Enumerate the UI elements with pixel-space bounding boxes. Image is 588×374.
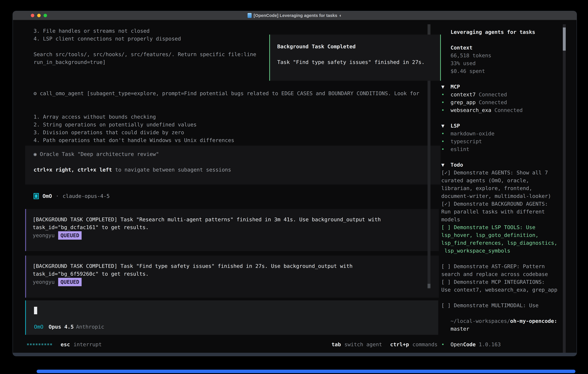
- lsp-item: •typescript: [441, 137, 566, 145]
- ctrlp-key-hint: ctrl+p: [390, 341, 409, 348]
- task-result-box: [BACKGROUND TASK COMPLETED] Task "Find t…: [25, 256, 439, 298]
- gear-icon: ⚙: [33, 90, 37, 96]
- oracle-title: Oracle Task "Deep architecture review": [37, 151, 159, 157]
- mcp-section-header[interactable]: ▼MCP: [441, 83, 566, 91]
- agent-model: claude-opus-4-5: [63, 192, 110, 200]
- mcp-status: Connected: [479, 99, 507, 105]
- separator-dot: ·: [56, 192, 59, 200]
- oracle-hint-text: to navigate between subagent sessions: [112, 167, 231, 173]
- task-user: yeongyu: [33, 232, 55, 238]
- oracle-task-box[interactable]: ◉ Oracle Task "Deep architecture review"…: [25, 146, 441, 185]
- prompt-input[interactable]: OmO Opus 4.5 Anthropic: [25, 300, 438, 335]
- todo-item: [✓] Demonstrate BACKGROUND AGENTS: Run p…: [441, 200, 566, 223]
- task-message: [BACKGROUND TASK COMPLETED] Task "Resear…: [33, 216, 439, 231]
- sidebar-title: Leveraging agents for tasks: [441, 28, 566, 36]
- version-row: •OpenCode 1.0.163: [441, 341, 566, 348]
- todo-item: [ ] Demonstrate AST-GREP: Pattern search…: [441, 262, 566, 278]
- tab-key-hint: tab: [331, 341, 341, 348]
- log-intro: 3. File handles or streams not closed 4.…: [33, 27, 256, 66]
- lsp-name: eslint: [451, 146, 469, 152]
- bullet-icon: •: [441, 91, 451, 98]
- workspace-path: ~/local-workspaces/oh-my-opencode:: [441, 317, 566, 325]
- mcp-status: Connected: [479, 92, 507, 97]
- context-tokens: 66,518 tokens: [441, 52, 566, 59]
- status-badge: QUEUED: [58, 278, 82, 286]
- window-title: [OpenCode] Leveraging agents for tasks: [254, 13, 337, 18]
- record-icon: ◉: [33, 151, 37, 157]
- window-titlebar[interactable]: [OpenCode] Leveraging agents for tasks ◐: [13, 11, 577, 20]
- terminal-window: [OpenCode] Leveraging agents for tasks ◐…: [13, 11, 577, 356]
- input-footer: OmO Opus 4.5 Anthropic: [34, 323, 104, 331]
- todo-item: [ ] Demonstrate MULTIMODAL: Use: [441, 301, 566, 309]
- todo-item: [ ] Demonstrate MCP INTEGRATIONS: Use co…: [441, 278, 566, 294]
- app-name: Open: [451, 342, 463, 347]
- bullet-icon: •: [441, 341, 451, 348]
- workspace-repo: oh-my-opencode:: [510, 318, 557, 324]
- window-title-group: [OpenCode] Leveraging agents for tasks ◐: [248, 13, 342, 18]
- spinner-dot-icon: [50, 343, 52, 345]
- toast-body: Task "Find type safety issues" finished …: [277, 58, 440, 66]
- mcp-name: websearch_exa: [451, 107, 491, 113]
- toast-title: Background Task Completed: [277, 43, 440, 51]
- dock-indicator-bar[interactable]: [37, 370, 575, 373]
- lsp-header-label: LSP: [451, 123, 460, 129]
- input-provider: Anthropic: [76, 323, 104, 331]
- context-spent: $0.46 spent: [441, 67, 566, 75]
- mcp-status: Connected: [494, 107, 523, 113]
- bullet-icon: •: [441, 145, 451, 153]
- agent-square-icon: [33, 193, 39, 199]
- proxy-icon: ◐: [339, 13, 342, 18]
- sidebar-scrollbar-thumb[interactable]: [563, 28, 566, 51]
- lsp-name: markdown-oxide: [451, 131, 494, 136]
- context-header: Context: [441, 44, 566, 52]
- sidebar: Leveraging agents for tasks Context 66,5…: [441, 28, 566, 348]
- spinner-dot-icon: [42, 343, 43, 345]
- minimize-button[interactable]: [37, 14, 41, 17]
- context-used: 33% used: [441, 59, 566, 67]
- tool-call-head: call_omo_agent [subagent_type=explore, p…: [40, 90, 419, 96]
- spinner-dots: [27, 343, 53, 346]
- mcp-item: •websearch_exa Connected: [441, 106, 566, 114]
- input-model: Opus 4.5: [49, 323, 74, 331]
- main-scrollbar-thumb[interactable]: [428, 284, 430, 288]
- oracle-hint-keys: ctrl+x right, ctrl+x left: [33, 167, 112, 173]
- document-icon: [248, 13, 252, 18]
- background-task-toast[interactable]: Background Task Completed Task "Find typ…: [269, 35, 441, 81]
- text-cursor: [34, 307, 37, 314]
- agent-name: OmO: [42, 192, 52, 200]
- esc-key-label: interrupt: [74, 341, 102, 348]
- spinner-dot-icon: [27, 343, 29, 345]
- agent-header: OmO · claude-opus-4-5: [33, 192, 110, 200]
- main-scrollbar-topcap: [428, 24, 430, 35]
- spinner-dot-icon: [36, 343, 37, 345]
- zoom-button[interactable]: [43, 14, 47, 17]
- lsp-section-header[interactable]: ▼LSP: [441, 122, 566, 130]
- collapse-arrow-icon: ▼: [441, 122, 451, 130]
- ctrlp-key-label: commands: [412, 341, 438, 348]
- task-user: yeongyu: [33, 279, 55, 285]
- bullet-icon: •: [441, 137, 451, 145]
- window-bottom-edge: [13, 353, 577, 356]
- app-name-bold: Code: [463, 342, 476, 347]
- task-message: [BACKGROUND TASK COMPLETED] Task "Find t…: [33, 262, 439, 278]
- sidebar-scrollbar[interactable]: [563, 24, 566, 353]
- todo-section-header[interactable]: ▼Todo: [441, 161, 566, 169]
- status-badge: QUEUED: [58, 231, 82, 240]
- collapse-arrow-icon: ▼: [441, 161, 451, 169]
- workspace-branch: master: [441, 325, 566, 333]
- lsp-item: •markdown-oxide: [441, 130, 566, 137]
- spinner-dot-icon: [39, 343, 40, 345]
- bullet-icon: •: [441, 130, 451, 137]
- esc-key-hint: esc: [61, 341, 70, 348]
- close-button[interactable]: [31, 14, 34, 17]
- input-agent: OmO: [34, 323, 43, 331]
- todo-item-active: [ ] Demonstrate LSP TOOLS: Use lsp_hover…: [441, 223, 566, 255]
- spinner-dot-icon: [33, 343, 35, 345]
- mcp-name: grep_app: [451, 99, 476, 105]
- spinner-dot-icon: [44, 343, 46, 345]
- tab-key-label: switch agent: [344, 341, 382, 348]
- task-result-box: [BACKGROUND TASK COMPLETED] Task "Resear…: [25, 209, 439, 251]
- mcp-item: •grep_app Connected: [441, 98, 566, 106]
- bullet-icon: •: [441, 106, 451, 114]
- todo-item: [✓] Demonstrate AGENTS: Show all 7 curat…: [441, 169, 566, 200]
